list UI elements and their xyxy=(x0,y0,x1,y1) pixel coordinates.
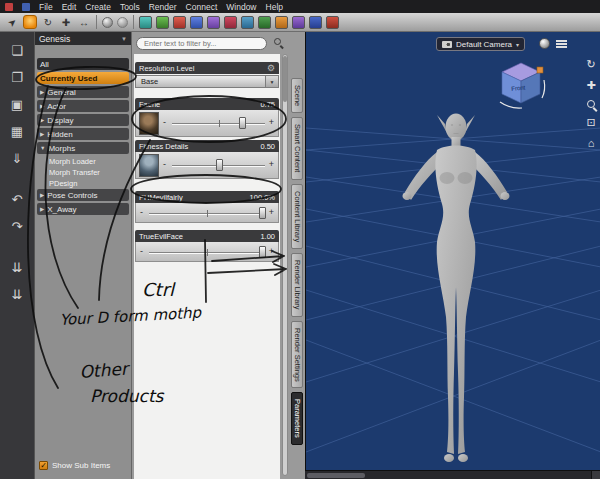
figure-selector[interactable]: Genesis ▼ xyxy=(35,32,131,45)
tab-render-settings[interactable]: Render Settings xyxy=(291,321,303,389)
resolution-select[interactable]: Base ▼ xyxy=(135,75,279,88)
group-item-actor[interactable]: ▶Actor xyxy=(37,100,129,112)
group-item-all[interactable]: All xyxy=(37,58,129,70)
save-as-icon[interactable]: ▦ xyxy=(7,123,27,141)
camera-selector[interactable]: Default Camera ▾ xyxy=(436,37,525,51)
slider-value[interactable]: 100.0% xyxy=(250,193,275,202)
undo-icon[interactable]: ↶ xyxy=(7,191,27,209)
group-item-currently-used[interactable]: Currently Used xyxy=(37,72,129,84)
scrollbar-thumb[interactable] xyxy=(307,473,365,478)
menu-file[interactable]: File xyxy=(39,2,53,12)
frame-icon[interactable]: ⊡ xyxy=(584,116,598,129)
slider-minus[interactable]: - xyxy=(163,159,166,169)
tab-scene[interactable]: Scene xyxy=(291,78,303,113)
filter-input[interactable] xyxy=(136,37,267,50)
zoom-icon[interactable] xyxy=(587,100,595,108)
scene-icon[interactable] xyxy=(139,16,152,29)
faerie-slider[interactable]: - + xyxy=(162,116,275,130)
menu-create[interactable]: Create xyxy=(85,2,111,12)
resolution-value: Base xyxy=(141,77,158,86)
aux-viewport-icon[interactable] xyxy=(190,16,203,29)
group-item-display[interactable]: ▶Display xyxy=(37,114,129,126)
genesis-figure[interactable] xyxy=(306,32,600,470)
camera-view-icon[interactable] xyxy=(241,16,254,29)
slider-handle[interactable] xyxy=(216,159,223,171)
timeline-icon[interactable] xyxy=(258,16,271,29)
scale-tool-icon[interactable]: ↔ xyxy=(77,15,91,29)
group-item-hidden[interactable]: ▶Hidden xyxy=(37,128,129,140)
group-item-morph-loader[interactable]: Morph Loader xyxy=(37,156,129,166)
viewport-menu-icon[interactable] xyxy=(556,40,567,42)
translate-tool-icon[interactable]: ✚ xyxy=(59,15,73,29)
content-library-icon[interactable] xyxy=(207,16,220,29)
fitness-details-slider[interactable]: - + xyxy=(162,158,275,172)
import-icon[interactable]: ⇓ xyxy=(7,150,27,168)
shader-mixer-icon[interactable] xyxy=(292,16,305,29)
slider-handle[interactable] xyxy=(259,207,266,219)
slider-plus[interactable]: + xyxy=(269,246,274,256)
show-sub-items-row: ✓ Show Sub Items xyxy=(39,461,110,470)
slider-minus[interactable]: - xyxy=(140,246,143,256)
slider-plus[interactable]: + xyxy=(269,117,274,127)
slider-minus[interactable]: - xyxy=(163,117,166,127)
group-item-general[interactable]: ▶General xyxy=(37,86,129,98)
tab-parameters[interactable]: Parameters xyxy=(291,392,303,445)
tab-render-library[interactable]: Render Library xyxy=(291,253,303,317)
group-item-pdesign[interactable]: PDesign xyxy=(37,178,129,188)
group-item-pose-controls[interactable]: ▶Pose Controls xyxy=(37,189,129,201)
view-navigation-cube[interactable]: Front xyxy=(496,58,548,110)
menu-help[interactable]: Help xyxy=(266,2,283,12)
tab-content-library[interactable]: Content Library xyxy=(291,184,303,249)
scrollbar-thumb[interactable] xyxy=(283,56,287,102)
resize-grip[interactable] xyxy=(591,471,600,479)
slider-plus[interactable]: + xyxy=(269,159,274,169)
slider-value[interactable]: 0.50 xyxy=(260,142,275,151)
iray-preview-icon[interactable] xyxy=(326,16,339,29)
slider-plus[interactable]: + xyxy=(269,207,274,217)
pan-icon[interactable]: ✚ xyxy=(584,79,598,92)
new-file-icon[interactable]: ❏ xyxy=(7,42,27,60)
group-item-morph-transfer[interactable]: Morph Transfer xyxy=(37,167,129,177)
trueevilface-slider[interactable]: - + xyxy=(139,245,275,259)
parameters-scrollbar[interactable] xyxy=(282,54,288,476)
surface-selection-tool-icon[interactable] xyxy=(102,17,113,28)
menu-connect[interactable]: Connect xyxy=(186,2,218,12)
slider-value[interactable]: 0.75 xyxy=(260,100,275,109)
search-icon[interactable] xyxy=(274,38,281,45)
node-tool-icon[interactable] xyxy=(117,17,128,28)
phmevilfairly-slider[interactable]: - + xyxy=(139,206,275,220)
tab-smart-content[interactable]: Smart Content xyxy=(291,117,303,179)
render-icon[interactable] xyxy=(173,16,186,29)
gear-icon[interactable]: ⚙ xyxy=(267,63,275,73)
expand-all-icon[interactable]: ⇊ xyxy=(7,286,27,304)
resolution-level-header[interactable]: Resolution Level ⚙ xyxy=(135,62,279,74)
menu-edit[interactable]: Edit xyxy=(62,2,77,12)
menu-render[interactable]: Render xyxy=(149,2,177,12)
slider-minus[interactable]: - xyxy=(140,207,143,217)
group-item-morphs[interactable]: ▼Morphs xyxy=(37,142,129,154)
menu-window[interactable]: Window xyxy=(226,2,256,12)
open-file-icon[interactable]: ❐ xyxy=(7,69,27,87)
universal-tool-icon[interactable] xyxy=(23,15,37,29)
viewport-scrollbar[interactable] xyxy=(305,470,600,479)
home-icon[interactable]: ⌂ xyxy=(584,137,598,150)
slider-value[interactable]: 1.00 xyxy=(260,232,275,241)
puppeteer-icon[interactable] xyxy=(275,16,288,29)
node-selection-tool-icon[interactable]: ➤ xyxy=(2,12,22,32)
draw-style-icon[interactable] xyxy=(539,38,550,49)
smart-content-icon[interactable] xyxy=(156,16,169,29)
collapse-all-icon[interactable]: ⇊ xyxy=(7,259,27,277)
slider-handle[interactable] xyxy=(239,117,246,129)
surfaces-icon[interactable] xyxy=(309,16,322,29)
redo-icon[interactable]: ↷ xyxy=(7,218,27,236)
show-sub-items-checkbox[interactable]: ✓ xyxy=(39,461,48,470)
rotate-tool-icon[interactable]: ↻ xyxy=(41,15,55,29)
chevron-down-icon[interactable]: ▼ xyxy=(265,76,278,87)
group-item-x-away[interactable]: ▶X_Away xyxy=(37,203,129,215)
save-file-icon[interactable]: ▣ xyxy=(7,96,27,114)
viewport-3d[interactable]: Default Camera ▾ Front ↻ ✚ ⊡ ⌂ xyxy=(305,32,600,470)
menu-tools[interactable]: Tools xyxy=(120,2,140,12)
orbit-icon[interactable]: ↻ xyxy=(584,58,598,71)
spot-render-icon[interactable] xyxy=(224,16,237,29)
slider-handle[interactable] xyxy=(259,246,266,258)
